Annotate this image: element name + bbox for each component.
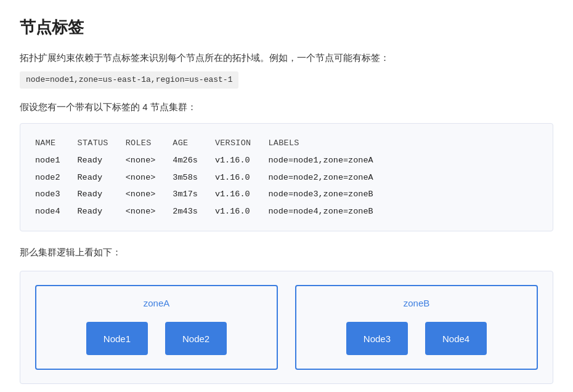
node-button[interactable]: Node4: [425, 322, 487, 355]
code-example: node=node1,zone=us-east-1a,region=us-eas…: [20, 71, 238, 89]
zone-title: zoneA: [144, 296, 170, 311]
col-roles: ROLES: [126, 135, 173, 152]
zone-nodes: Node3Node4: [346, 322, 487, 355]
table-cell: <none>: [126, 152, 173, 169]
zone-title: zoneB: [404, 296, 430, 311]
col-status: STATUS: [78, 135, 126, 152]
table-cell: 4m26s: [173, 152, 215, 169]
table-header: NAME STATUS ROLES AGE VERSION LABELS: [35, 135, 391, 152]
table-cell: node=node1,zone=zoneA: [268, 152, 390, 169]
table-cell: Ready: [78, 152, 126, 169]
table-cell: v1.16.0: [215, 186, 269, 203]
zone-nodes: Node1Node2: [86, 322, 227, 355]
node-table-container: NAME STATUS ROLES AGE VERSION LABELS nod…: [20, 123, 553, 231]
table-cell: <none>: [126, 169, 173, 186]
col-version: VERSION: [215, 135, 269, 152]
table-cell: node4: [35, 203, 78, 220]
node-button[interactable]: Node1: [86, 322, 148, 355]
table-cell: node3: [35, 186, 78, 203]
cluster-label-text: 那么集群逻辑上看如下：: [20, 245, 553, 260]
table-cell: node=node2,zone=zoneA: [268, 169, 390, 186]
table-cell: Ready: [78, 169, 126, 186]
table-cell: 3m17s: [173, 186, 215, 203]
node-button[interactable]: Node2: [165, 322, 227, 355]
table-cell: <none>: [126, 203, 173, 220]
zone-box: zoneBNode3Node4: [295, 285, 538, 370]
col-name: NAME: [35, 135, 78, 152]
table-cell: Ready: [78, 186, 126, 203]
table-cell: node=node3,zone=zoneB: [268, 186, 390, 203]
table-cell: 2m43s: [173, 203, 215, 220]
table-cell: node2: [35, 169, 78, 186]
table-cell: v1.16.0: [215, 203, 269, 220]
table-row: node2Ready<none>3m58sv1.16.0node=node2,z…: [35, 169, 391, 186]
col-age: AGE: [173, 135, 215, 152]
node-table: NAME STATUS ROLES AGE VERSION LABELS nod…: [35, 135, 391, 220]
page-title: 节点标签: [20, 15, 553, 41]
sub-description-text: 假设您有一个带有以下标签的 4 节点集群：: [20, 100, 553, 114]
table-row: node3Ready<none>3m17sv1.16.0node=node3,z…: [35, 186, 391, 203]
table-row: node1Ready<none>4m26sv1.16.0node=node1,z…: [35, 152, 391, 169]
table-row: node4Ready<none>2m43sv1.16.0node=node4,z…: [35, 203, 391, 220]
table-cell: node1: [35, 152, 78, 169]
node-button[interactable]: Node3: [346, 322, 408, 355]
zones-container: zoneANode1Node2zoneBNode3Node4: [20, 271, 553, 384]
table-body: node1Ready<none>4m26sv1.16.0node=node1,z…: [35, 152, 391, 220]
table-cell: Ready: [78, 203, 126, 220]
table-cell: v1.16.0: [215, 152, 269, 169]
col-labels: LABELS: [268, 135, 390, 152]
table-cell: 3m58s: [173, 169, 215, 186]
description-text: 拓扑扩展约束依赖于节点标签来识别每个节点所在的拓扑域。例如，一个节点可能有标签：: [20, 50, 553, 65]
table-cell: v1.16.0: [215, 169, 269, 186]
table-cell: node=node4,zone=zoneB: [268, 203, 390, 220]
zone-box: zoneANode1Node2: [35, 285, 278, 370]
table-cell: <none>: [126, 186, 173, 203]
